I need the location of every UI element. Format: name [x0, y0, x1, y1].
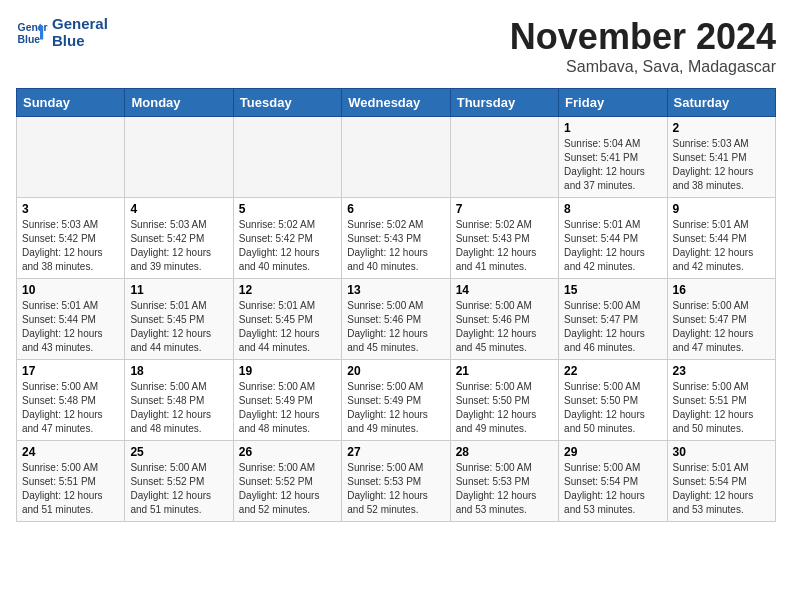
svg-text:General: General: [18, 22, 48, 33]
day-number: 25: [130, 445, 227, 459]
calendar-cell: 20Sunrise: 5:00 AMSunset: 5:49 PMDayligh…: [342, 360, 450, 441]
header-wednesday: Wednesday: [342, 89, 450, 117]
day-info: Sunrise: 5:00 AMSunset: 5:54 PMDaylight:…: [564, 461, 661, 517]
day-number: 28: [456, 445, 553, 459]
day-number: 7: [456, 202, 553, 216]
logo: General Blue General Blue: [16, 16, 108, 49]
calendar-cell: 17Sunrise: 5:00 AMSunset: 5:48 PMDayligh…: [17, 360, 125, 441]
header-thursday: Thursday: [450, 89, 558, 117]
day-info: Sunrise: 5:00 AMSunset: 5:49 PMDaylight:…: [347, 380, 444, 436]
calendar-header: SundayMondayTuesdayWednesdayThursdayFrid…: [17, 89, 776, 117]
calendar-cell: 28Sunrise: 5:00 AMSunset: 5:53 PMDayligh…: [450, 441, 558, 522]
day-info: Sunrise: 5:03 AMSunset: 5:41 PMDaylight:…: [673, 137, 770, 193]
month-title: November 2024: [510, 16, 776, 58]
calendar-cell: 19Sunrise: 5:00 AMSunset: 5:49 PMDayligh…: [233, 360, 341, 441]
calendar-body: 1Sunrise: 5:04 AMSunset: 5:41 PMDaylight…: [17, 117, 776, 522]
day-number: 16: [673, 283, 770, 297]
header-sunday: Sunday: [17, 89, 125, 117]
calendar-cell: 8Sunrise: 5:01 AMSunset: 5:44 PMDaylight…: [559, 198, 667, 279]
day-info: Sunrise: 5:01 AMSunset: 5:45 PMDaylight:…: [130, 299, 227, 355]
calendar-cell: 22Sunrise: 5:00 AMSunset: 5:50 PMDayligh…: [559, 360, 667, 441]
calendar-cell: 26Sunrise: 5:00 AMSunset: 5:52 PMDayligh…: [233, 441, 341, 522]
day-number: 3: [22, 202, 119, 216]
day-info: Sunrise: 5:00 AMSunset: 5:48 PMDaylight:…: [130, 380, 227, 436]
day-info: Sunrise: 5:00 AMSunset: 5:50 PMDaylight:…: [564, 380, 661, 436]
header-saturday: Saturday: [667, 89, 775, 117]
calendar-cell: 30Sunrise: 5:01 AMSunset: 5:54 PMDayligh…: [667, 441, 775, 522]
day-number: 11: [130, 283, 227, 297]
calendar-week-3: 10Sunrise: 5:01 AMSunset: 5:44 PMDayligh…: [17, 279, 776, 360]
header: General Blue General Blue November 2024 …: [16, 16, 776, 76]
day-info: Sunrise: 5:00 AMSunset: 5:50 PMDaylight:…: [456, 380, 553, 436]
day-info: Sunrise: 5:01 AMSunset: 5:44 PMDaylight:…: [564, 218, 661, 274]
calendar-cell: [342, 117, 450, 198]
calendar-cell: 15Sunrise: 5:00 AMSunset: 5:47 PMDayligh…: [559, 279, 667, 360]
calendar-cell: 14Sunrise: 5:00 AMSunset: 5:46 PMDayligh…: [450, 279, 558, 360]
day-info: Sunrise: 5:02 AMSunset: 5:42 PMDaylight:…: [239, 218, 336, 274]
day-info: Sunrise: 5:02 AMSunset: 5:43 PMDaylight:…: [347, 218, 444, 274]
day-info: Sunrise: 5:01 AMSunset: 5:44 PMDaylight:…: [22, 299, 119, 355]
day-number: 5: [239, 202, 336, 216]
day-number: 20: [347, 364, 444, 378]
calendar-cell: [233, 117, 341, 198]
calendar-week-5: 24Sunrise: 5:00 AMSunset: 5:51 PMDayligh…: [17, 441, 776, 522]
day-number: 24: [22, 445, 119, 459]
day-number: 17: [22, 364, 119, 378]
day-info: Sunrise: 5:00 AMSunset: 5:51 PMDaylight:…: [22, 461, 119, 517]
svg-text:Blue: Blue: [18, 33, 41, 44]
calendar-cell: 3Sunrise: 5:03 AMSunset: 5:42 PMDaylight…: [17, 198, 125, 279]
calendar-week-4: 17Sunrise: 5:00 AMSunset: 5:48 PMDayligh…: [17, 360, 776, 441]
location-title: Sambava, Sava, Madagascar: [510, 58, 776, 76]
day-info: Sunrise: 5:00 AMSunset: 5:53 PMDaylight:…: [347, 461, 444, 517]
calendar-cell: 1Sunrise: 5:04 AMSunset: 5:41 PMDaylight…: [559, 117, 667, 198]
day-info: Sunrise: 5:02 AMSunset: 5:43 PMDaylight:…: [456, 218, 553, 274]
calendar-week-1: 1Sunrise: 5:04 AMSunset: 5:41 PMDaylight…: [17, 117, 776, 198]
day-info: Sunrise: 5:00 AMSunset: 5:48 PMDaylight:…: [22, 380, 119, 436]
day-number: 15: [564, 283, 661, 297]
day-number: 12: [239, 283, 336, 297]
calendar-cell: [125, 117, 233, 198]
day-number: 6: [347, 202, 444, 216]
day-info: Sunrise: 5:00 AMSunset: 5:47 PMDaylight:…: [564, 299, 661, 355]
calendar-cell: 10Sunrise: 5:01 AMSunset: 5:44 PMDayligh…: [17, 279, 125, 360]
day-number: 19: [239, 364, 336, 378]
day-info: Sunrise: 5:00 AMSunset: 5:51 PMDaylight:…: [673, 380, 770, 436]
day-number: 30: [673, 445, 770, 459]
calendar-cell: 18Sunrise: 5:00 AMSunset: 5:48 PMDayligh…: [125, 360, 233, 441]
calendar-cell: 24Sunrise: 5:00 AMSunset: 5:51 PMDayligh…: [17, 441, 125, 522]
calendar-cell: 6Sunrise: 5:02 AMSunset: 5:43 PMDaylight…: [342, 198, 450, 279]
day-number: 27: [347, 445, 444, 459]
calendar-cell: 25Sunrise: 5:00 AMSunset: 5:52 PMDayligh…: [125, 441, 233, 522]
header-row: SundayMondayTuesdayWednesdayThursdayFrid…: [17, 89, 776, 117]
day-number: 10: [22, 283, 119, 297]
calendar-cell: 7Sunrise: 5:02 AMSunset: 5:43 PMDaylight…: [450, 198, 558, 279]
calendar-cell: 11Sunrise: 5:01 AMSunset: 5:45 PMDayligh…: [125, 279, 233, 360]
header-tuesday: Tuesday: [233, 89, 341, 117]
day-info: Sunrise: 5:01 AMSunset: 5:54 PMDaylight:…: [673, 461, 770, 517]
day-info: Sunrise: 5:00 AMSunset: 5:49 PMDaylight:…: [239, 380, 336, 436]
logo-line1: General: [52, 16, 108, 33]
day-number: 9: [673, 202, 770, 216]
day-number: 1: [564, 121, 661, 135]
day-info: Sunrise: 5:00 AMSunset: 5:46 PMDaylight:…: [456, 299, 553, 355]
day-info: Sunrise: 5:01 AMSunset: 5:44 PMDaylight:…: [673, 218, 770, 274]
calendar-cell: [450, 117, 558, 198]
day-number: 26: [239, 445, 336, 459]
day-number: 4: [130, 202, 227, 216]
title-area: November 2024 Sambava, Sava, Madagascar: [510, 16, 776, 76]
day-number: 21: [456, 364, 553, 378]
day-info: Sunrise: 5:00 AMSunset: 5:52 PMDaylight:…: [130, 461, 227, 517]
calendar-cell: 9Sunrise: 5:01 AMSunset: 5:44 PMDaylight…: [667, 198, 775, 279]
day-number: 14: [456, 283, 553, 297]
calendar-cell: 16Sunrise: 5:00 AMSunset: 5:47 PMDayligh…: [667, 279, 775, 360]
header-monday: Monday: [125, 89, 233, 117]
day-info: Sunrise: 5:03 AMSunset: 5:42 PMDaylight:…: [22, 218, 119, 274]
day-info: Sunrise: 5:03 AMSunset: 5:42 PMDaylight:…: [130, 218, 227, 274]
calendar-cell: 5Sunrise: 5:02 AMSunset: 5:42 PMDaylight…: [233, 198, 341, 279]
calendar-cell: 4Sunrise: 5:03 AMSunset: 5:42 PMDaylight…: [125, 198, 233, 279]
calendar-table: SundayMondayTuesdayWednesdayThursdayFrid…: [16, 88, 776, 522]
calendar-week-2: 3Sunrise: 5:03 AMSunset: 5:42 PMDaylight…: [17, 198, 776, 279]
calendar-cell: [17, 117, 125, 198]
day-info: Sunrise: 5:00 AMSunset: 5:53 PMDaylight:…: [456, 461, 553, 517]
day-number: 29: [564, 445, 661, 459]
